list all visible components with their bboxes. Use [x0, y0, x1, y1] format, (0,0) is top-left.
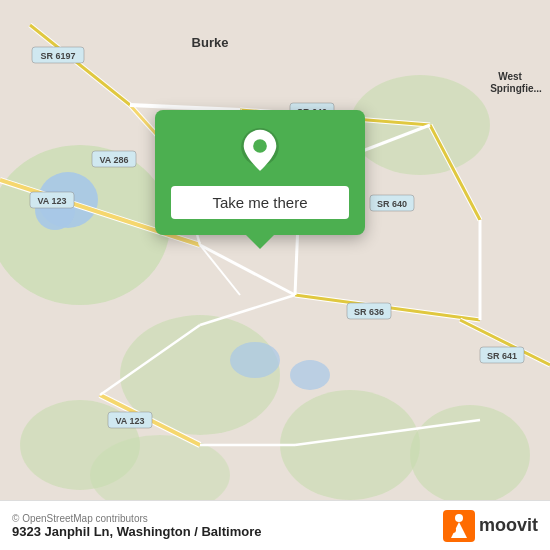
map-svg: SR 6197 VA 286 VA 123 VA 123 SR 640 SR 6… [0, 0, 550, 550]
location-pin-icon [236, 128, 284, 176]
svg-text:SR 636: SR 636 [354, 307, 384, 317]
svg-text:VA 123: VA 123 [37, 196, 66, 206]
moovit-logo: moovit [443, 510, 538, 542]
svg-text:West: West [498, 71, 522, 82]
svg-point-10 [230, 342, 280, 378]
svg-text:SR 6197: SR 6197 [40, 51, 75, 61]
svg-text:Springfie...: Springfie... [490, 83, 542, 94]
bottom-bar: © OpenStreetMap contributors 9323 Janphi… [0, 500, 550, 550]
svg-point-3 [410, 405, 530, 505]
osm-attribution: © OpenStreetMap contributors [12, 513, 261, 524]
take-me-there-button[interactable]: Take me there [171, 186, 349, 219]
svg-point-11 [290, 360, 330, 390]
popup-card: Take me there [155, 110, 365, 235]
bottom-left: © OpenStreetMap contributors 9323 Janphi… [12, 513, 261, 539]
svg-text:VA 123: VA 123 [115, 416, 144, 426]
address-label: 9323 Janphil Ln, Washington / Baltimore [12, 524, 261, 539]
moovit-icon [443, 510, 475, 542]
svg-text:SR 640: SR 640 [377, 199, 407, 209]
svg-text:VA 286: VA 286 [99, 155, 128, 165]
svg-point-64 [455, 514, 463, 522]
svg-text:Burke: Burke [192, 35, 229, 50]
svg-text:SR 641: SR 641 [487, 351, 517, 361]
moovit-text: moovit [479, 515, 538, 536]
svg-point-65 [450, 527, 456, 533]
svg-point-62 [253, 139, 267, 153]
map-container: SR 6197 VA 286 VA 123 VA 123 SR 640 SR 6… [0, 0, 550, 550]
